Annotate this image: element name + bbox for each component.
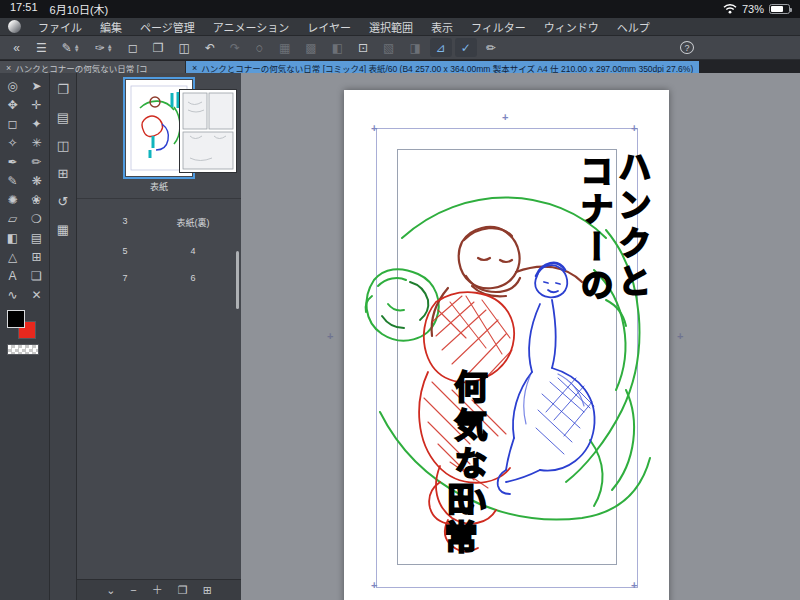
invert-selection-button[interactable]: ▩ bbox=[299, 38, 322, 57]
menu-item-layer[interactable]: レイヤー bbox=[298, 19, 360, 35]
open-file-icon: ❐ bbox=[153, 41, 164, 55]
grid-view-button[interactable]: ⊞ bbox=[203, 585, 212, 596]
layer-palette-icon[interactable]: ◫ bbox=[57, 139, 69, 152]
tool-text[interactable]: A bbox=[2, 266, 24, 285]
menu-item-file[interactable]: ファイル bbox=[29, 19, 91, 35]
tool-pen[interactable]: ✒ bbox=[2, 152, 24, 171]
tab-close-icon[interactable]: × bbox=[6, 63, 11, 73]
page-thumb-5[interactable] bbox=[180, 90, 236, 172]
add-page-button[interactable]: ＋ bbox=[152, 585, 163, 596]
tool-operation[interactable]: ➤ bbox=[26, 76, 48, 95]
clip-studio-logo-icon[interactable] bbox=[8, 20, 21, 33]
current-subtool-icon: ✑ bbox=[95, 41, 105, 55]
tool-watercolor[interactable]: ❋ bbox=[26, 171, 48, 190]
menu-item-help[interactable]: ヘルプ bbox=[608, 19, 659, 35]
current-subtool-button[interactable]: ✑▲▼ bbox=[89, 38, 119, 57]
tool-brush[interactable]: ✎ bbox=[2, 171, 24, 190]
tool-figure[interactable]: △ bbox=[2, 247, 24, 266]
tab-close-icon[interactable]: × bbox=[192, 63, 197, 73]
tool-line[interactable]: ∿ bbox=[2, 285, 24, 304]
main-menu-icon: ☰ bbox=[36, 41, 47, 55]
canvas-page[interactable]: + + + + + bbox=[344, 90, 669, 600]
collapse-palette-icon: « bbox=[13, 41, 20, 55]
tool-zoom[interactable]: ◎ bbox=[2, 76, 24, 95]
tool-airbrush[interactable]: ✺ bbox=[2, 190, 24, 209]
tool-decoration[interactable]: ❀ bbox=[26, 190, 48, 209]
tool-move[interactable]: ✥ bbox=[2, 95, 24, 114]
open-file-button[interactable]: ❐ bbox=[147, 38, 170, 57]
tool-correction[interactable]: ✕ bbox=[26, 285, 48, 304]
page-manager-icon[interactable]: ❐ bbox=[57, 83, 69, 96]
menu-item-edit[interactable]: 編集 bbox=[91, 19, 131, 35]
redo-button[interactable]: ↷ bbox=[224, 38, 246, 57]
fill-button[interactable]: ◧ bbox=[326, 38, 349, 57]
tool-eyedropper[interactable]: ✧ bbox=[2, 133, 24, 152]
menu-item-animation[interactable]: アニメーション bbox=[204, 19, 299, 35]
current-tool-icon: ✎ bbox=[62, 41, 72, 55]
invert-selection-icon: ▩ bbox=[305, 41, 316, 55]
object-select-button[interactable]: ◻ bbox=[122, 38, 144, 57]
crop-mark-button[interactable]: ▧ bbox=[377, 38, 400, 57]
menu-item-filter[interactable]: フィルター bbox=[462, 19, 535, 35]
tool-eraser[interactable]: ▱ bbox=[2, 209, 24, 228]
tool-palette: ◎➤✥✛◻✦✧✳✒✏✎❋✺❀▱❍◧▤△⊞A❏∿✕ bbox=[0, 73, 50, 600]
tool-balloon[interactable]: ❏ bbox=[26, 266, 48, 285]
redo-icon: ↷ bbox=[230, 41, 240, 55]
page-label-2: 5 bbox=[122, 246, 127, 256]
page-manager-panel: 表紙 3表紙(裏)5476 ⌄−＋❐⊞ bbox=[77, 73, 241, 600]
remove-page-button[interactable]: − bbox=[130, 585, 136, 596]
material-button[interactable]: ◨ bbox=[403, 38, 426, 57]
transparent-color-swatch[interactable] bbox=[7, 344, 39, 355]
save-file-button[interactable]: ◫ bbox=[173, 38, 196, 57]
story-editor-icon[interactable]: ▤ bbox=[57, 111, 69, 124]
navigator-icon[interactable]: ⊞ bbox=[58, 167, 69, 180]
menu-item-page-manage[interactable]: ページ管理 bbox=[131, 19, 204, 35]
object-select-icon: ◻ bbox=[128, 41, 138, 55]
main-area: ◎➤✥✛◻✦✧✳✒✏✎❋✺❀▱❍◧▤△⊞A❏∿✕ ❐▤◫⊞↺▦ bbox=[0, 73, 800, 600]
frame-border-button[interactable]: ⊡ bbox=[352, 38, 374, 57]
line-correction-button[interactable]: ✏ bbox=[480, 38, 502, 57]
help-button[interactable]: ? bbox=[680, 41, 694, 54]
help-icon: ? bbox=[685, 43, 690, 53]
tool-blend[interactable]: ❍ bbox=[26, 209, 48, 228]
page-label-1: 表紙(裏) bbox=[177, 216, 210, 229]
page-thumb-slot-5: 6 bbox=[163, 269, 223, 283]
main-menu-button[interactable]: ☰ bbox=[30, 38, 53, 57]
tool-gradient[interactable]: ▤ bbox=[26, 228, 48, 247]
page-thumb-slot-3: 4 bbox=[163, 242, 223, 256]
register-mark-left: + bbox=[327, 331, 333, 342]
page-thumb-slot-1: 表紙(裏) bbox=[163, 212, 223, 229]
snap-to-special-ruler-button[interactable]: ✓ bbox=[455, 38, 477, 57]
tool-frame[interactable]: ⊞ bbox=[26, 247, 48, 266]
tool-fill[interactable]: ◧ bbox=[2, 228, 24, 247]
cover-page-label: 表紙 bbox=[150, 180, 168, 193]
page-panel-toolbar: ⌄−＋❐⊞ bbox=[77, 579, 241, 600]
deselect-button[interactable]: ▦ bbox=[273, 38, 296, 57]
menu-item-selection[interactable]: 選択範囲 bbox=[360, 19, 422, 35]
history-icon[interactable]: ↺ bbox=[58, 195, 69, 208]
canvas-area[interactable]: + + + + + + + bbox=[241, 73, 800, 600]
status-time: 17:51 bbox=[10, 1, 38, 17]
main-color-swatch[interactable] bbox=[7, 310, 25, 328]
current-tool-button[interactable]: ✎▲▼ bbox=[56, 38, 86, 57]
two-page-view-button[interactable]: ❐ bbox=[178, 585, 188, 596]
page-thumb-slot-4: 7 bbox=[95, 269, 155, 283]
select-area-icon: ◌ bbox=[256, 41, 263, 55]
tool-auto-select[interactable]: ✦ bbox=[26, 114, 48, 133]
undo-button[interactable]: ↶ bbox=[199, 38, 221, 57]
tool-selection[interactable]: ◻ bbox=[2, 114, 24, 133]
tool-hand[interactable]: ✛ bbox=[26, 95, 48, 114]
select-area-button[interactable]: ◌ bbox=[249, 38, 270, 57]
menu-item-window[interactable]: ウィンドウ bbox=[535, 19, 608, 35]
tool-pencil[interactable]: ✏ bbox=[26, 152, 48, 171]
save-file-icon: ◫ bbox=[179, 41, 190, 55]
tool-measure[interactable]: ✳ bbox=[26, 133, 48, 152]
collapse-panel-button[interactable]: ⌄ bbox=[106, 585, 115, 596]
material-icon[interactable]: ▦ bbox=[57, 223, 69, 236]
page-label-3: 4 bbox=[190, 246, 195, 256]
snap-to-ruler-button[interactable]: ⊿ bbox=[430, 38, 452, 57]
panel-scrollbar[interactable] bbox=[236, 251, 239, 309]
menu-item-view[interactable]: 表示 bbox=[422, 19, 462, 35]
page-label-4: 7 bbox=[122, 273, 127, 283]
collapse-palette-button[interactable]: « bbox=[6, 38, 27, 57]
